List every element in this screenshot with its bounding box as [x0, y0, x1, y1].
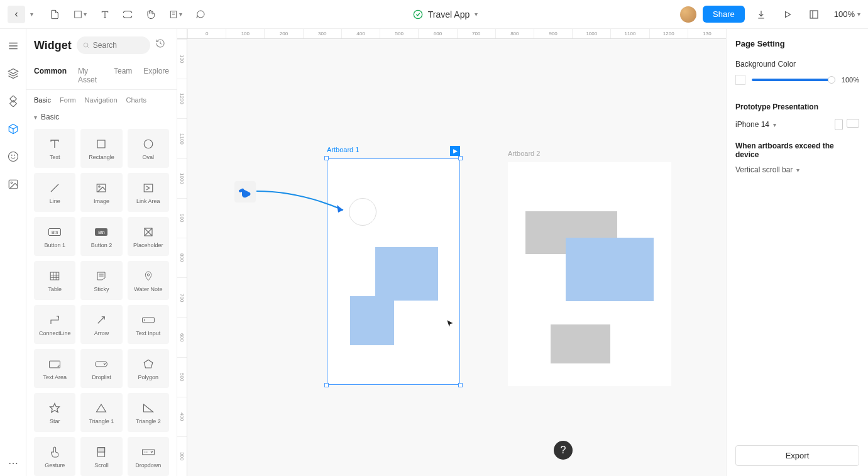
artboard-1-label[interactable]: Artboard 1 — [327, 146, 359, 153]
zoom-display[interactable]: 100%▾ — [834, 9, 860, 19]
canvas-rectangle[interactable] — [375, 247, 438, 301]
rail-layers[interactable] — [6, 67, 20, 80]
bg-color-swatch[interactable] — [735, 75, 745, 85]
device-select[interactable]: iPhone 14▾ — [735, 120, 776, 129]
search-input[interactable] — [93, 41, 144, 50]
svg-line-27 — [51, 184, 58, 192]
widget-scroll[interactable]: Scroll — [80, 437, 122, 476]
category-tabs: Basic Form Navigation Charts — [26, 90, 177, 108]
hand-button[interactable] — [140, 4, 160, 25]
text-button[interactable] — [95, 4, 115, 25]
panel-title: Widget — [34, 39, 72, 52]
image-icon — [8, 179, 19, 190]
svg-marker-50 — [143, 404, 153, 412]
widget-droplist[interactable]: Droplist — [80, 349, 122, 388]
svg-point-21 — [11, 182, 12, 183]
tab-common[interactable]: Common — [34, 62, 67, 89]
widget-placeholder[interactable]: Placeholder — [128, 217, 169, 256]
droplist-icon — [94, 360, 108, 368]
widget-arrow[interactable]: Arrow — [80, 305, 122, 344]
connector-button[interactable] — [118, 4, 138, 25]
widget-gesture[interactable]: Gesture — [34, 437, 75, 476]
widget-dropdown[interactable]: Dropdown — [128, 437, 169, 476]
portrait-button[interactable] — [835, 119, 843, 130]
chevron-down-icon[interactable]: ▾ — [475, 11, 478, 18]
rail-image[interactable] — [6, 177, 20, 191]
tab-my-asset[interactable]: My Asset — [78, 62, 102, 89]
widget-image[interactable]: Image — [80, 173, 122, 212]
export-button[interactable]: Export — [735, 445, 859, 466]
canvas-rectangle[interactable] — [551, 324, 610, 363]
artboard-2[interactable]: Artboard 2 — [508, 162, 671, 386]
bg-color-label: Background Color — [735, 60, 859, 69]
widget-text-input[interactable]: Text Input — [128, 305, 169, 344]
chevron-down-icon[interactable]: ▾ — [30, 11, 33, 18]
history-button[interactable] — [155, 38, 169, 52]
toolbar-left: ▾ ▾ ▾ — [8, 4, 211, 25]
cat-charts[interactable]: Charts — [126, 96, 146, 108]
back-button[interactable] — [8, 6, 25, 23]
widget-star[interactable]: Star — [34, 393, 75, 432]
opacity-value: 100% — [842, 76, 859, 84]
widget-polygon[interactable]: Polygon — [128, 349, 169, 388]
page-icon — [50, 9, 60, 20]
artboard-play-button[interactable]: ▶ — [450, 146, 460, 156]
opacity-slider[interactable] — [752, 79, 835, 81]
layout-button[interactable] — [804, 4, 824, 25]
widget-rectangle[interactable]: Rectangle — [80, 129, 122, 168]
widget-oval[interactable]: Oval — [128, 129, 169, 168]
widget-connectline[interactable]: ConnectLine — [34, 305, 75, 344]
rail-more[interactable]: ⋯ — [6, 456, 20, 470]
rail-emoji[interactable] — [6, 150, 20, 163]
widget-triangle1[interactable]: Triangle 1 — [80, 393, 122, 432]
shape-button[interactable]: ▾ — [67, 4, 92, 25]
widget-link-area[interactable]: Link Area — [128, 173, 169, 212]
rail-widgets[interactable] — [6, 122, 20, 136]
widget-text[interactable]: Text — [34, 129, 75, 168]
widget-line[interactable]: Line — [34, 173, 75, 212]
tab-explore[interactable]: Explore — [143, 62, 169, 89]
link-area-icon — [143, 183, 154, 193]
cat-navigation[interactable]: Navigation — [85, 96, 118, 108]
download-button[interactable] — [751, 4, 771, 25]
avatar[interactable] — [680, 6, 696, 23]
cat-basic[interactable]: Basic — [34, 96, 51, 108]
widget-sticky[interactable]: Sticky — [80, 261, 122, 300]
svg-point-22 — [84, 43, 88, 47]
widget-button1[interactable]: BtnButton 1 — [34, 217, 75, 256]
comment-button[interactable] — [190, 4, 211, 25]
document-title[interactable]: Travel App — [428, 9, 470, 19]
artboard-2-label[interactable]: Artboard 2 — [508, 150, 540, 157]
help-button[interactable]: ? — [554, 441, 573, 460]
canvas[interactable]: Artboard 1 ▶ Artboard 2 — [187, 39, 726, 476]
widget-table[interactable]: Table — [34, 261, 75, 300]
note-button[interactable]: ▾ — [163, 4, 188, 25]
svg-rect-52 — [98, 448, 105, 452]
scroll-icon — [96, 446, 106, 458]
preview-button[interactable] — [777, 4, 798, 25]
landscape-button[interactable] — [847, 119, 859, 128]
tab-team[interactable]: Team — [114, 62, 132, 89]
widget-button2[interactable]: BtnButton 2 — [80, 217, 122, 256]
canvas-rectangle[interactable] — [350, 296, 394, 345]
search-box[interactable] — [77, 36, 150, 54]
add-page-button[interactable] — [45, 4, 65, 25]
share-button[interactable]: Share — [703, 6, 745, 23]
canvas-rectangle[interactable] — [566, 238, 654, 301]
cat-form[interactable]: Form — [60, 96, 76, 108]
section-basic[interactable]: ▾Basic — [26, 108, 177, 125]
widget-triangle2[interactable]: Triangle 2 — [128, 393, 169, 432]
svg-marker-49 — [97, 404, 106, 412]
gesture-widget[interactable] — [234, 181, 256, 202]
widget-text-area[interactable]: Text Area — [34, 349, 75, 388]
svg-rect-14 — [9, 96, 16, 102]
rail-list[interactable] — [6, 39, 20, 53]
connection-arrow — [255, 190, 348, 215]
canvas-oval[interactable] — [349, 198, 376, 226]
diamond-icon — [8, 96, 19, 107]
widget-water-note[interactable]: Water Note — [128, 261, 169, 300]
overflow-select[interactable]: Vertical scroll bar▾ — [735, 165, 859, 174]
triangle1-icon — [96, 403, 107, 413]
rail-components[interactable] — [6, 94, 20, 108]
line-icon — [49, 182, 60, 194]
